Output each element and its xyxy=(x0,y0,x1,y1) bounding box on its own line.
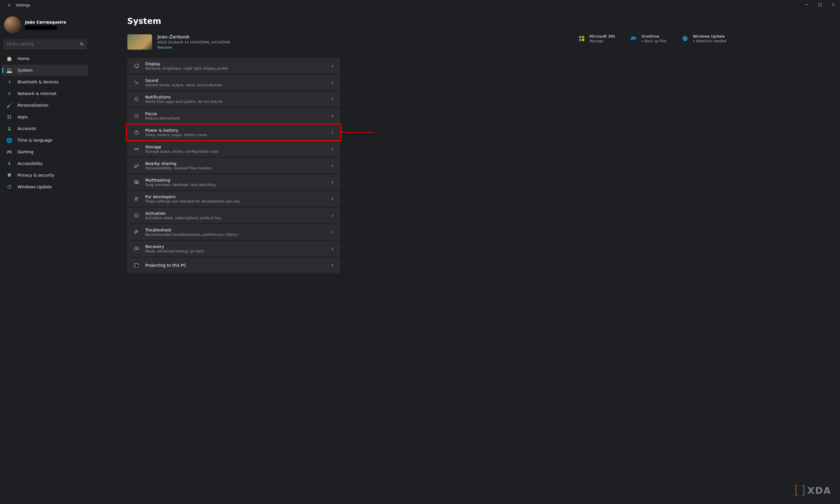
status-onedrive[interactable]: OneDrive Back up files xyxy=(630,34,667,43)
setting-item-multitasking[interactable]: MultitaskingSnap windows, desktops, task… xyxy=(127,174,340,190)
setting-item-recovery[interactable]: RecoveryReset, advanced startup, go back xyxy=(127,241,340,256)
setting-item-troubleshoot[interactable]: TroubleshootRecommended troubleshooters,… xyxy=(127,224,340,240)
setting-subtitle: Monitors, brightness, night light, displ… xyxy=(145,67,228,71)
setting-title: Multitasking xyxy=(145,178,215,182)
brush-icon: 🖌️ xyxy=(6,102,12,108)
setting-row-icon xyxy=(133,113,141,118)
minimize-button[interactable] xyxy=(800,0,813,9)
sidebar-item-gaming[interactable]: 🎮 Gaming xyxy=(2,146,88,157)
setting-item-focus[interactable]: FocusReduce distractions xyxy=(127,108,340,124)
home-icon: 🏠 xyxy=(6,56,12,61)
sidebar-item-personalization[interactable]: 🖌️ Personalization xyxy=(2,100,88,111)
window-title: Settings xyxy=(16,3,30,7)
accessibility-icon xyxy=(6,161,12,166)
svg-point-7 xyxy=(9,161,10,162)
status-microsoft365[interactable]: Microsoft 365 Manage xyxy=(578,34,615,43)
svg-rect-9 xyxy=(582,36,584,38)
main-content: System Joao-Zenbook ASUS Zenbook 14 UX34… xyxy=(90,11,840,504)
apps-icon xyxy=(6,114,12,120)
setting-title: Display xyxy=(145,61,228,66)
maximize-button[interactable] xyxy=(813,0,827,9)
setting-item-display[interactable]: DisplayMonitors, brightness, night light… xyxy=(127,58,340,74)
setting-title: Sound xyxy=(145,78,222,83)
setting-subtitle: Snap windows, desktops, task switching xyxy=(145,183,215,187)
update-icon xyxy=(6,184,12,190)
sidebar-item-label: Accessibility xyxy=(18,161,42,166)
setting-row-icon xyxy=(133,213,141,218)
sidebar-item-update[interactable]: Windows Update xyxy=(2,181,88,192)
setting-row-icon xyxy=(133,63,141,69)
svg-rect-8 xyxy=(579,36,581,38)
sidebar-item-system[interactable]: 💻 System xyxy=(2,65,88,76)
sidebar-item-privacy[interactable]: Privacy & security xyxy=(2,170,88,181)
setting-item-sound[interactable]: SoundVolume levels, output, input, sound… xyxy=(127,75,340,90)
chevron-right-icon xyxy=(330,264,334,267)
setting-item-storage[interactable]: StorageStorage space, drives, configurat… xyxy=(127,141,340,157)
setting-item-for-developers[interactable]: For developersThese settings are intende… xyxy=(127,191,340,207)
search-input[interactable] xyxy=(3,39,87,49)
arrow-left-icon xyxy=(7,3,11,7)
profile-name: João Carrasqueira xyxy=(25,20,66,24)
setting-title: Nearby sharing xyxy=(145,161,212,166)
sidebar-item-label: Windows Update xyxy=(18,184,52,189)
setting-subtitle: These settings are intended for developm… xyxy=(145,199,240,203)
sidebar-item-label: Personalization xyxy=(18,103,48,108)
shield-icon xyxy=(6,172,12,178)
setting-item-nearby-sharing[interactable]: Nearby sharingDiscoverability, received … xyxy=(127,158,340,174)
svg-rect-0 xyxy=(819,3,821,6)
setting-item-power-battery[interactable]: Power & batterySleep, battery usage, bat… xyxy=(127,124,340,140)
sidebar-item-accounts[interactable]: Accounts xyxy=(2,123,88,134)
sidebar-item-network[interactable]: Network & internet xyxy=(2,88,88,99)
profile-block[interactable]: João Carrasqueira xyxy=(2,13,88,39)
setting-title: Notifications xyxy=(145,95,223,100)
setting-item-activation[interactable]: ActivationActivation state, subscription… xyxy=(127,208,340,223)
microsoft365-icon xyxy=(578,35,585,42)
sidebar-item-home[interactable]: 🏠 Home xyxy=(2,53,88,64)
setting-title: Projecting to this PC xyxy=(145,263,186,268)
chevron-right-icon xyxy=(330,197,334,201)
person-icon xyxy=(6,126,12,131)
status-label: Microsoft 365 xyxy=(590,34,615,38)
sidebar-item-label: Accounts xyxy=(18,126,36,131)
sidebar-item-accessibility[interactable]: Accessibility xyxy=(2,158,88,169)
sidebar-item-label: Apps xyxy=(18,114,28,119)
device-name: Joao-Zenbook xyxy=(158,34,230,40)
close-button[interactable] xyxy=(827,0,840,9)
setting-subtitle: Activation state, subscriptions, product… xyxy=(145,216,221,220)
setting-title: Recovery xyxy=(145,244,204,249)
chevron-right-icon xyxy=(330,97,334,101)
setting-subtitle: Discoverability, received files location xyxy=(145,166,212,170)
windows-update-icon xyxy=(681,35,689,42)
setting-item-projecting-to-this-pc[interactable]: Projecting to this PC xyxy=(127,257,340,273)
setting-row-icon xyxy=(133,80,141,85)
titlebar: Settings xyxy=(0,0,840,11)
setting-title: Activation xyxy=(145,211,221,216)
sidebar-item-bluetooth[interactable]: Bluetooth & devices xyxy=(2,76,88,87)
sidebar-item-time[interactable]: 🌐 Time & language xyxy=(2,135,88,146)
svg-point-6 xyxy=(8,127,10,129)
setting-row-icon xyxy=(133,180,141,185)
sidebar-item-label: Home xyxy=(18,56,30,61)
status-label: Windows Update xyxy=(693,34,726,38)
system-icon: 💻 xyxy=(6,67,12,73)
sidebar-item-label: Gaming xyxy=(18,149,34,154)
svg-rect-4 xyxy=(7,117,9,119)
setting-row-icon xyxy=(133,130,141,135)
setting-subtitle: Reduce distractions xyxy=(145,116,180,120)
setting-row-icon xyxy=(133,163,141,168)
device-thumbnail xyxy=(127,34,152,50)
svg-rect-3 xyxy=(10,115,11,116)
rename-link[interactable]: Rename xyxy=(158,46,230,50)
setting-item-notifications[interactable]: NotificationsAlerts from apps and system… xyxy=(127,91,340,107)
search-icon xyxy=(80,42,84,46)
device-model: ASUS Zenbook 14 UX3405MA_UX3405MA xyxy=(158,40,230,44)
back-button[interactable] xyxy=(4,0,14,10)
chevron-right-icon xyxy=(330,114,334,118)
setting-title: Storage xyxy=(145,145,218,149)
status-windows-update[interactable]: Windows Update Attention needed xyxy=(681,34,726,43)
nav-list: 🏠 Home 💻 System Bluetooth & devices xyxy=(2,53,88,192)
setting-subtitle: Recommended troubleshooters, preferences… xyxy=(145,233,238,237)
setting-title: Focus xyxy=(145,111,180,116)
chevron-right-icon xyxy=(330,230,334,234)
sidebar-item-apps[interactable]: Apps xyxy=(2,111,88,122)
